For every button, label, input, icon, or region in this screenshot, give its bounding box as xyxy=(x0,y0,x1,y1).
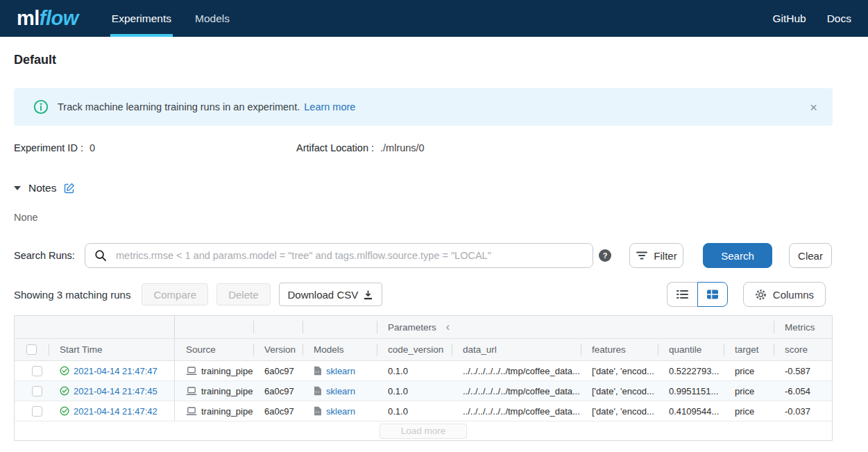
code-version-cell: 0.1.0 xyxy=(377,361,452,380)
column-header-code-version[interactable]: code_version xyxy=(377,339,452,360)
data-url-cell: ../../../../../../tmp/coffee_data... xyxy=(452,381,581,401)
group-header-empty xyxy=(15,316,175,338)
clear-button[interactable]: Clear xyxy=(789,243,832,268)
model-file-icon xyxy=(314,406,322,416)
score-value: -0.037 xyxy=(785,406,810,417)
features-value: ['date', 'encod... xyxy=(592,386,654,396)
edit-icon[interactable] xyxy=(64,183,75,194)
run-link[interactable]: 2021-04-14 21:47:45 xyxy=(74,386,158,396)
score-value: -6.054 xyxy=(785,386,810,396)
metrics-group-label: Metrics xyxy=(785,322,815,333)
column-header-source[interactable]: Source xyxy=(175,339,253,360)
compare-button[interactable]: Compare xyxy=(142,283,208,305)
target-cell: price xyxy=(724,401,774,421)
download-csv-button[interactable]: Download CSV xyxy=(279,283,383,306)
group-header-parameters: Parameters ‹ xyxy=(377,316,774,338)
source-cell: training_pipeline xyxy=(175,381,253,401)
column-header-models[interactable]: Models xyxy=(303,339,377,360)
model-link[interactable]: sklearn xyxy=(326,366,355,376)
group-header-source xyxy=(175,316,253,338)
column-header-features[interactable]: features xyxy=(581,339,658,360)
target-value: price xyxy=(735,406,754,417)
column-header-start-time[interactable]: Start Time xyxy=(49,339,175,360)
features-value: ['date', 'encod... xyxy=(592,406,654,417)
table-column-header-row: Start Time Source Version Models code_ve… xyxy=(15,339,832,361)
laptop-icon xyxy=(186,366,197,376)
collapse-parameters-icon[interactable]: ‹ xyxy=(446,321,450,333)
features-value: ['date', 'encod... xyxy=(592,366,654,376)
column-header-data-url[interactable]: data_url xyxy=(452,339,581,360)
quantile-cell: 0.5222793... xyxy=(658,361,724,380)
artifact-location-value: ./mlruns/0 xyxy=(380,142,425,153)
filter-button[interactable]: Filter xyxy=(629,243,683,268)
github-link[interactable]: GitHub xyxy=(772,12,806,25)
columns-button[interactable]: Columns xyxy=(743,282,826,307)
row-checkbox[interactable] xyxy=(32,386,42,396)
columns-button-label: Columns xyxy=(773,289,814,301)
column-header-score[interactable]: score xyxy=(774,339,832,360)
start-time-cell: 2021-04-14 21:47:42 xyxy=(49,401,175,421)
model-link[interactable]: sklearn xyxy=(326,386,355,396)
column-header-target[interactable]: target xyxy=(724,339,774,360)
row-checkbox[interactable] xyxy=(32,366,42,376)
experiment-id-value: 0 xyxy=(90,142,95,153)
features-cell: ['date', 'encod... xyxy=(581,401,658,421)
logo-text-ml: ml xyxy=(17,8,40,28)
model-file-icon xyxy=(314,366,322,376)
search-button[interactable]: Search xyxy=(703,243,772,268)
tab-experiments[interactable]: Experiments xyxy=(110,0,173,37)
view-toggle xyxy=(667,282,728,307)
version-cell: 6a0c97 xyxy=(253,401,303,421)
list-view-icon xyxy=(676,289,689,300)
close-icon[interactable]: × xyxy=(810,101,817,114)
search-runs-bar: Search Runs: ? Filter Search Clear xyxy=(0,243,868,268)
artifact-location: Artifact Location :./mlruns/0 xyxy=(296,142,425,153)
docs-link[interactable]: Docs xyxy=(827,12,851,25)
row-checkbox[interactable] xyxy=(32,406,42,417)
delete-button[interactable]: Delete xyxy=(216,283,270,305)
table-group-header-row: Parameters ‹ Metrics xyxy=(15,316,832,339)
column-header-quantile[interactable]: quantile xyxy=(658,339,724,360)
data-url-cell: ../../../../../../tmp/coffee_data... xyxy=(452,361,581,380)
code-version-value: 0.1.0 xyxy=(388,386,408,396)
caret-down-icon[interactable] xyxy=(14,186,21,190)
search-runs-label: Search Runs: xyxy=(14,250,85,261)
help-icon[interactable]: ? xyxy=(599,249,611,262)
group-header-models xyxy=(303,316,377,338)
run-link[interactable]: 2021-04-14 21:47:47 xyxy=(74,366,158,376)
notes-value: None xyxy=(0,212,868,224)
source-value: training_pipeline xyxy=(201,366,253,376)
load-more-button[interactable]: Load more xyxy=(380,424,468,439)
quantile-value: 0.9951151... xyxy=(669,386,718,396)
search-input[interactable] xyxy=(85,243,593,268)
notes-label[interactable]: Notes xyxy=(28,182,57,194)
runs-table: Parameters ‹ Metrics Start Time Source V… xyxy=(14,315,833,441)
version-value: 6a0c97 xyxy=(264,386,294,396)
model-link[interactable]: sklearn xyxy=(326,406,355,417)
laptop-icon xyxy=(186,406,197,416)
page-title: Default xyxy=(14,52,868,67)
select-all-checkbox[interactable] xyxy=(26,344,37,355)
run-link[interactable]: 2021-04-14 21:47:42 xyxy=(74,406,158,417)
model-file-icon xyxy=(314,386,322,396)
info-icon xyxy=(33,99,49,115)
start-time-cell: 2021-04-14 21:47:47 xyxy=(49,361,175,380)
search-input-wrap xyxy=(85,243,593,268)
row-checkbox-cell xyxy=(15,401,49,421)
load-more-row: Load more xyxy=(15,421,832,440)
table-view-button[interactable] xyxy=(697,282,728,307)
quantile-value: 0.5222793... xyxy=(669,366,719,376)
column-header-version[interactable]: Version xyxy=(253,339,303,360)
score-cell: -0.587 xyxy=(774,361,832,380)
quantile-value: 0.4109544... xyxy=(669,406,719,417)
top-nav: mlflow Experiments Models GitHub Docs xyxy=(0,0,868,37)
source-value: training_pipeline xyxy=(201,406,253,417)
features-cell: ['date', 'encod... xyxy=(581,381,658,401)
tab-models[interactable]: Models xyxy=(194,0,231,37)
learn-more-link[interactable]: Learn more xyxy=(304,101,355,112)
laptop-icon xyxy=(186,386,197,396)
experiment-id-label: Experiment ID : xyxy=(14,142,83,153)
list-view-button[interactable] xyxy=(667,282,697,307)
filter-icon xyxy=(636,251,648,260)
features-cell: ['date', 'encod... xyxy=(581,361,658,380)
